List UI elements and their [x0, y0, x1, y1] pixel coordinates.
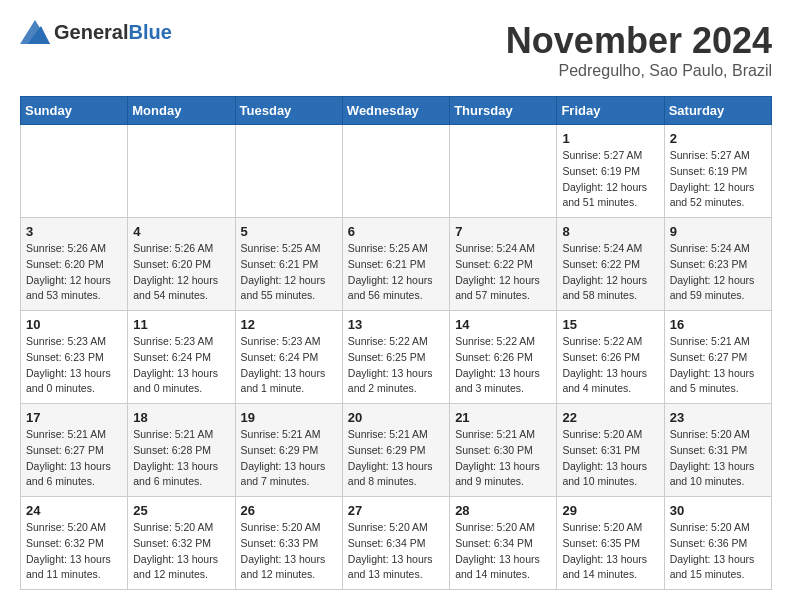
day-info: Sunrise: 5:20 AMSunset: 6:32 PMDaylight:…: [26, 520, 122, 583]
day-info: Sunrise: 5:21 AMSunset: 6:27 PMDaylight:…: [26, 427, 122, 490]
title-section: November 2024 Pedregulho, Sao Paulo, Bra…: [506, 20, 772, 80]
day-of-week-header: Tuesday: [235, 97, 342, 125]
calendar-week-row: 3Sunrise: 5:26 AMSunset: 6:20 PMDaylight…: [21, 218, 772, 311]
day-info: Sunrise: 5:25 AMSunset: 6:21 PMDaylight:…: [241, 241, 337, 304]
calendar-cell: [235, 125, 342, 218]
day-number: 24: [26, 503, 122, 518]
day-number: 22: [562, 410, 658, 425]
calendar-cell: 26Sunrise: 5:20 AMSunset: 6:33 PMDayligh…: [235, 497, 342, 590]
logo-icon: [20, 20, 50, 44]
day-info: Sunrise: 5:26 AMSunset: 6:20 PMDaylight:…: [133, 241, 229, 304]
day-number: 6: [348, 224, 444, 239]
calendar-cell: 15Sunrise: 5:22 AMSunset: 6:26 PMDayligh…: [557, 311, 664, 404]
day-info: Sunrise: 5:21 AMSunset: 6:27 PMDaylight:…: [670, 334, 766, 397]
calendar-cell: 9Sunrise: 5:24 AMSunset: 6:23 PMDaylight…: [664, 218, 771, 311]
day-info: Sunrise: 5:20 AMSunset: 6:36 PMDaylight:…: [670, 520, 766, 583]
day-number: 2: [670, 131, 766, 146]
days-of-week-row: SundayMondayTuesdayWednesdayThursdayFrid…: [21, 97, 772, 125]
day-info: Sunrise: 5:25 AMSunset: 6:21 PMDaylight:…: [348, 241, 444, 304]
calendar-cell: 1Sunrise: 5:27 AMSunset: 6:19 PMDaylight…: [557, 125, 664, 218]
calendar-cell: [21, 125, 128, 218]
day-info: Sunrise: 5:22 AMSunset: 6:26 PMDaylight:…: [455, 334, 551, 397]
calendar-cell: 18Sunrise: 5:21 AMSunset: 6:28 PMDayligh…: [128, 404, 235, 497]
day-number: 15: [562, 317, 658, 332]
day-info: Sunrise: 5:21 AMSunset: 6:28 PMDaylight:…: [133, 427, 229, 490]
calendar-cell: 27Sunrise: 5:20 AMSunset: 6:34 PMDayligh…: [342, 497, 449, 590]
calendar-cell: 4Sunrise: 5:26 AMSunset: 6:20 PMDaylight…: [128, 218, 235, 311]
day-of-week-header: Friday: [557, 97, 664, 125]
day-info: Sunrise: 5:21 AMSunset: 6:29 PMDaylight:…: [241, 427, 337, 490]
calendar-cell: 28Sunrise: 5:20 AMSunset: 6:34 PMDayligh…: [450, 497, 557, 590]
calendar-cell: 10Sunrise: 5:23 AMSunset: 6:23 PMDayligh…: [21, 311, 128, 404]
calendar-cell: 17Sunrise: 5:21 AMSunset: 6:27 PMDayligh…: [21, 404, 128, 497]
calendar-cell: 14Sunrise: 5:22 AMSunset: 6:26 PMDayligh…: [450, 311, 557, 404]
day-number: 8: [562, 224, 658, 239]
day-number: 13: [348, 317, 444, 332]
calendar-cell: 20Sunrise: 5:21 AMSunset: 6:29 PMDayligh…: [342, 404, 449, 497]
day-info: Sunrise: 5:20 AMSunset: 6:34 PMDaylight:…: [348, 520, 444, 583]
day-of-week-header: Monday: [128, 97, 235, 125]
day-info: Sunrise: 5:24 AMSunset: 6:22 PMDaylight:…: [455, 241, 551, 304]
calendar-cell: [342, 125, 449, 218]
logo-blue: Blue: [128, 21, 171, 43]
calendar-cell: 5Sunrise: 5:25 AMSunset: 6:21 PMDaylight…: [235, 218, 342, 311]
calendar-cell: 6Sunrise: 5:25 AMSunset: 6:21 PMDaylight…: [342, 218, 449, 311]
calendar-table: SundayMondayTuesdayWednesdayThursdayFrid…: [20, 96, 772, 590]
day-number: 7: [455, 224, 551, 239]
day-info: Sunrise: 5:20 AMSunset: 6:31 PMDaylight:…: [562, 427, 658, 490]
day-number: 12: [241, 317, 337, 332]
day-number: 21: [455, 410, 551, 425]
calendar-cell: 19Sunrise: 5:21 AMSunset: 6:29 PMDayligh…: [235, 404, 342, 497]
calendar-cell: 23Sunrise: 5:20 AMSunset: 6:31 PMDayligh…: [664, 404, 771, 497]
day-number: 18: [133, 410, 229, 425]
logo: GeneralBlue: [20, 20, 172, 44]
header: GeneralBlue November 2024 Pedregulho, Sa…: [20, 20, 772, 80]
day-number: 19: [241, 410, 337, 425]
calendar-cell: 2Sunrise: 5:27 AMSunset: 6:19 PMDaylight…: [664, 125, 771, 218]
day-info: Sunrise: 5:21 AMSunset: 6:30 PMDaylight:…: [455, 427, 551, 490]
calendar-cell: 3Sunrise: 5:26 AMSunset: 6:20 PMDaylight…: [21, 218, 128, 311]
day-of-week-header: Thursday: [450, 97, 557, 125]
day-of-week-header: Saturday: [664, 97, 771, 125]
calendar-week-row: 24Sunrise: 5:20 AMSunset: 6:32 PMDayligh…: [21, 497, 772, 590]
day-info: Sunrise: 5:20 AMSunset: 6:35 PMDaylight:…: [562, 520, 658, 583]
day-number: 4: [133, 224, 229, 239]
day-number: 28: [455, 503, 551, 518]
day-info: Sunrise: 5:24 AMSunset: 6:22 PMDaylight:…: [562, 241, 658, 304]
day-info: Sunrise: 5:22 AMSunset: 6:25 PMDaylight:…: [348, 334, 444, 397]
day-info: Sunrise: 5:20 AMSunset: 6:34 PMDaylight:…: [455, 520, 551, 583]
calendar-cell: 8Sunrise: 5:24 AMSunset: 6:22 PMDaylight…: [557, 218, 664, 311]
day-info: Sunrise: 5:23 AMSunset: 6:24 PMDaylight:…: [133, 334, 229, 397]
day-number: 17: [26, 410, 122, 425]
location-subtitle: Pedregulho, Sao Paulo, Brazil: [506, 62, 772, 80]
day-number: 11: [133, 317, 229, 332]
day-of-week-header: Sunday: [21, 97, 128, 125]
day-number: 1: [562, 131, 658, 146]
calendar-week-row: 1Sunrise: 5:27 AMSunset: 6:19 PMDaylight…: [21, 125, 772, 218]
calendar-cell: 13Sunrise: 5:22 AMSunset: 6:25 PMDayligh…: [342, 311, 449, 404]
day-info: Sunrise: 5:20 AMSunset: 6:32 PMDaylight:…: [133, 520, 229, 583]
calendar-header: SundayMondayTuesdayWednesdayThursdayFrid…: [21, 97, 772, 125]
day-info: Sunrise: 5:20 AMSunset: 6:31 PMDaylight:…: [670, 427, 766, 490]
calendar-cell: 11Sunrise: 5:23 AMSunset: 6:24 PMDayligh…: [128, 311, 235, 404]
calendar-cell: 7Sunrise: 5:24 AMSunset: 6:22 PMDaylight…: [450, 218, 557, 311]
calendar-week-row: 17Sunrise: 5:21 AMSunset: 6:27 PMDayligh…: [21, 404, 772, 497]
calendar-cell: 25Sunrise: 5:20 AMSunset: 6:32 PMDayligh…: [128, 497, 235, 590]
calendar-body: 1Sunrise: 5:27 AMSunset: 6:19 PMDaylight…: [21, 125, 772, 590]
calendar-week-row: 10Sunrise: 5:23 AMSunset: 6:23 PMDayligh…: [21, 311, 772, 404]
calendar-cell: 16Sunrise: 5:21 AMSunset: 6:27 PMDayligh…: [664, 311, 771, 404]
day-number: 10: [26, 317, 122, 332]
day-number: 20: [348, 410, 444, 425]
calendar-cell: 24Sunrise: 5:20 AMSunset: 6:32 PMDayligh…: [21, 497, 128, 590]
day-number: 23: [670, 410, 766, 425]
calendar-cell: 22Sunrise: 5:20 AMSunset: 6:31 PMDayligh…: [557, 404, 664, 497]
day-number: 16: [670, 317, 766, 332]
day-info: Sunrise: 5:23 AMSunset: 6:24 PMDaylight:…: [241, 334, 337, 397]
day-info: Sunrise: 5:23 AMSunset: 6:23 PMDaylight:…: [26, 334, 122, 397]
logo-text: GeneralBlue: [54, 21, 172, 44]
day-number: 5: [241, 224, 337, 239]
day-info: Sunrise: 5:27 AMSunset: 6:19 PMDaylight:…: [670, 148, 766, 211]
calendar-cell: 30Sunrise: 5:20 AMSunset: 6:36 PMDayligh…: [664, 497, 771, 590]
day-number: 26: [241, 503, 337, 518]
calendar-cell: 21Sunrise: 5:21 AMSunset: 6:30 PMDayligh…: [450, 404, 557, 497]
